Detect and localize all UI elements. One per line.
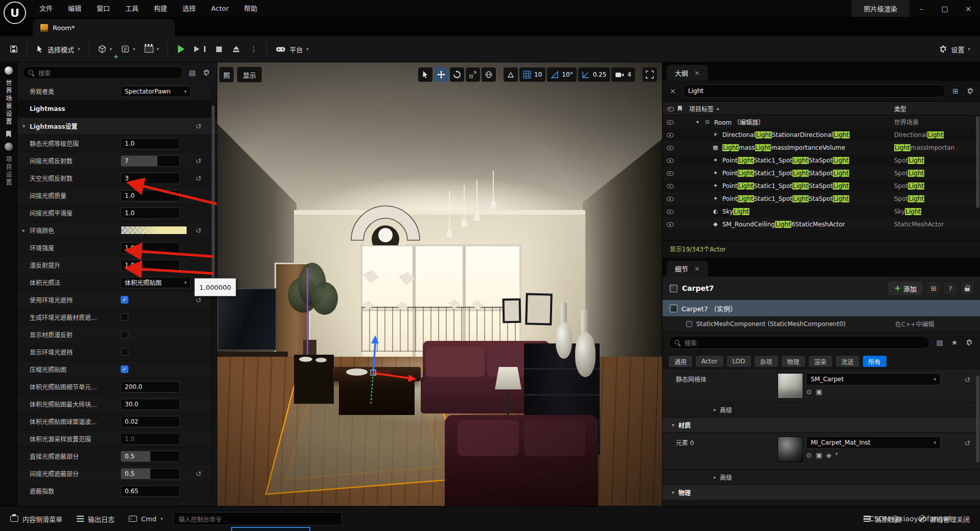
visibility-eye-icon[interactable]: [667, 131, 673, 138]
reset-to-default-icon[interactable]: ↺: [195, 157, 201, 165]
ws-value-input[interactable]: 30.0: [121, 399, 180, 410]
edit-in-cpp-link[interactable]: 在C++中编辑: [895, 319, 935, 328]
column-view-icon[interactable]: ▤: [187, 67, 197, 78]
output-log-button[interactable]: 输出日志: [73, 511, 119, 527]
filter-tab-流送[interactable]: 流送: [836, 356, 859, 367]
ws-dropdown[interactable]: SpectatorPawn▾: [121, 86, 191, 97]
outliner-row-1[interactable]: ☀DirectionalLightStationarDirectionalLig…: [663, 128, 980, 141]
tab-details[interactable]: 细节 ×: [667, 261, 708, 276]
ws-value-input[interactable]: 7: [121, 155, 180, 167]
tab-outliner[interactable]: 大纲 ×: [667, 65, 708, 81]
material-options-icon[interactable]: ◈: [826, 451, 831, 459]
browse-to-asset-icon[interactable]: ⊙: [806, 451, 812, 459]
outliner-scrollbar[interactable]: [976, 116, 979, 208]
ws-checkbox[interactable]: ✓: [121, 365, 128, 373]
minimize-button[interactable]: –: [909, 0, 933, 17]
ws-value-input[interactable]: 1.0: [121, 242, 180, 253]
show-flags-button[interactable]: 显示: [237, 67, 262, 82]
outliner-settings-icon[interactable]: [965, 86, 975, 96]
select-tool-button[interactable]: [418, 67, 432, 82]
world-local-toggle[interactable]: [482, 67, 496, 82]
close-tab-icon[interactable]: ×: [694, 69, 700, 77]
menu-item-0[interactable]: 文件: [32, 0, 60, 17]
browse-to-asset-icon[interactable]: ⊙: [806, 388, 812, 396]
world-settings-search-input[interactable]: 搜索: [22, 66, 183, 79]
ws-checkbox[interactable]: ✓: [121, 296, 128, 304]
platforms-dropdown[interactable]: 平台 ▾: [271, 40, 313, 58]
maximize-button[interactable]: □: [933, 0, 956, 17]
outliner-row-0[interactable]: ▾⊙Room （编辑器）世界场景: [663, 116, 980, 128]
surface-snap-button[interactable]: [504, 67, 518, 82]
content-drawer-button[interactable]: 内容侧滑菜单: [6, 511, 66, 527]
filter-tab-Actor[interactable]: Actor: [696, 356, 723, 367]
physics-section-header[interactable]: ▾物理: [663, 485, 980, 500]
unreal-logo-icon[interactable]: U: [4, 2, 26, 24]
static-mesh-dropdown[interactable]: SM_Carpet ▾: [806, 373, 941, 385]
world-icon[interactable]: [5, 66, 13, 75]
component-row[interactable]: StaticMeshComponent (StaticMeshComponent…: [663, 316, 980, 332]
material-dropdown[interactable]: MI_Carpet_Mat_Inst ▾: [806, 436, 941, 449]
visibility-eye-icon[interactable]: [667, 221, 673, 227]
copy-asset-icon[interactable]: ▣: [816, 451, 822, 459]
ws-value-input[interactable]: 1.0: [121, 260, 180, 271]
lock-icon[interactable]: [961, 282, 973, 294]
level-tab[interactable]: Room*: [33, 19, 175, 36]
details-scrollbar[interactable]: [976, 376, 979, 463]
pin-column-icon[interactable]: [678, 106, 682, 111]
stop-button[interactable]: [210, 40, 227, 58]
visibility-eye-icon[interactable]: [667, 170, 673, 176]
expander-caret-icon[interactable]: ▾: [696, 119, 703, 125]
visibility-eye-icon[interactable]: [667, 119, 673, 125]
outliner-row-3[interactable]: ✦PointLightStatic1_SpotLightStaSpotLight…: [663, 154, 980, 167]
color-swatch[interactable]: [121, 226, 187, 235]
frame-skip-button[interactable]: [190, 40, 210, 58]
material-thumbnail[interactable]: [778, 436, 803, 462]
visibility-eye-icon[interactable]: [667, 195, 673, 202]
ws-checkbox[interactable]: [121, 313, 128, 321]
menu-item-3[interactable]: 工具: [118, 0, 146, 17]
outliner-row-6[interactable]: ✦PointLightStatic1_SpotLightStaSpotLight…: [663, 192, 980, 205]
add-actor-dropdown[interactable]: ▾: [94, 40, 117, 58]
scale-tool-button[interactable]: [466, 67, 480, 82]
eject-button[interactable]: [227, 40, 245, 58]
rotate-tool-button[interactable]: [450, 67, 464, 82]
blueprints-dropdown[interactable]: ▾: [117, 40, 140, 58]
ws-dropdown[interactable]: 体积光照贴图▾: [121, 277, 191, 288]
project-icon[interactable]: [5, 143, 13, 151]
cmd-dropdown[interactable]: › Cmd ▾: [125, 512, 167, 526]
reset-to-default-icon[interactable]: ↺: [964, 439, 970, 447]
menu-item-6[interactable]: Actor: [203, 0, 236, 17]
scale-snap-button[interactable]: 0.25: [578, 67, 610, 82]
reset-to-default-icon[interactable]: ↺: [195, 122, 201, 130]
bookmark-icon[interactable]: [6, 131, 11, 137]
panel-gear-icon[interactable]: [201, 67, 212, 78]
viewport-canvas[interactable]: [217, 62, 662, 506]
column-view-icon[interactable]: ▤: [935, 337, 945, 348]
close-button[interactable]: ×: [956, 0, 980, 17]
move-tool-button[interactable]: [434, 67, 448, 82]
tab-world-settings[interactable]: 世界场景设置: [4, 80, 13, 126]
reset-to-default-icon[interactable]: ↺: [195, 296, 201, 304]
outliner-row-2[interactable]: ▦LightmassLightmassImportanceVolumeLight…: [663, 141, 980, 154]
rotation-snap-button[interactable]: 10°: [547, 67, 576, 82]
filter-tab-LOD[interactable]: LOD: [727, 356, 751, 367]
type-column-header[interactable]: 类型: [894, 104, 906, 113]
menu-item-7[interactable]: 帮助: [236, 0, 265, 17]
label-column-header[interactable]: 项目标签: [689, 104, 714, 113]
play-button[interactable]: [172, 40, 190, 58]
play-options-kebab[interactable]: ⋮: [245, 40, 262, 58]
outliner-row-8[interactable]: ◆SM_RoundCeilingLight6StaticMeshActorSta…: [663, 218, 980, 230]
cinematics-dropdown[interactable]: ▾: [140, 40, 164, 58]
tab-project-settings[interactable]: 项目设置: [4, 156, 13, 187]
visibility-eye-icon[interactable]: [667, 144, 673, 151]
filter-tab-通用[interactable]: 通用: [669, 356, 692, 367]
clear-search-icon[interactable]: ×: [668, 86, 678, 96]
add-folder-icon[interactable]: ⊞: [950, 86, 961, 96]
details-search-input[interactable]: 搜索: [669, 336, 930, 349]
advanced-expander[interactable]: ▸高级: [663, 402, 980, 418]
ws-value-input[interactable]: 0.5: [121, 451, 180, 462]
details-settings-icon[interactable]: [964, 337, 974, 348]
materials-section-header[interactable]: ▾材质: [663, 418, 980, 433]
visibility-eye-icon[interactable]: [667, 157, 673, 164]
save-button[interactable]: [5, 40, 22, 58]
